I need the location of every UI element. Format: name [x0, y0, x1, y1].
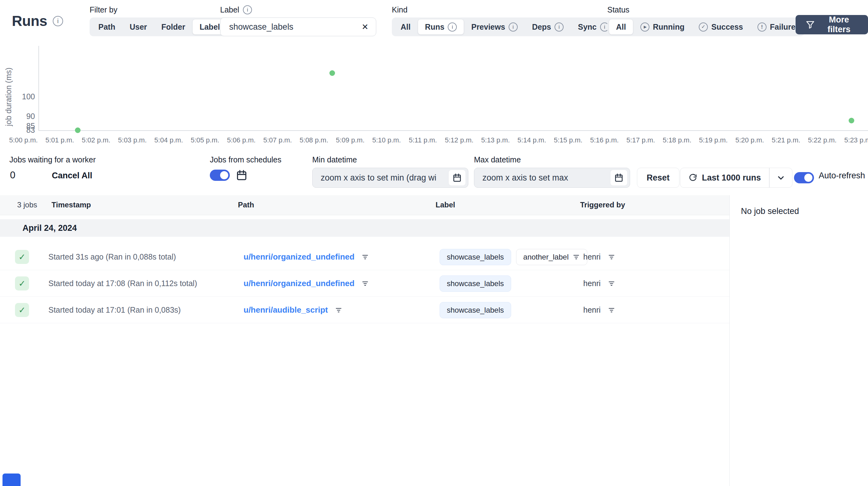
filter-by-option-user[interactable]: User — [122, 19, 154, 35]
cancel-all-button[interactable]: Cancel All — [52, 171, 92, 181]
kind-option-previews[interactable]: Previewsi — [464, 19, 525, 35]
filter-by-option-path[interactable]: Path — [91, 19, 122, 35]
x-axis-tick: 5:21 p.m. — [767, 136, 805, 144]
x-axis-tick: 5:17 p.m. — [622, 136, 659, 144]
jobs-from-schedules-label: Jobs from schedules — [210, 155, 281, 164]
filter-by-user-icon[interactable] — [608, 306, 615, 314]
filter-by-label-icon[interactable] — [572, 253, 580, 261]
table-row[interactable]: ✓Started 31s ago (Ran in 0,088s total)u/… — [0, 244, 730, 270]
scatter-point[interactable] — [75, 127, 81, 133]
label-info-icon[interactable]: i — [243, 5, 252, 14]
label-filter-value: showcase_labels — [220, 22, 293, 32]
job-path-link[interactable]: u/henri/audible_script — [244, 305, 328, 315]
filter-by-user-icon[interactable] — [608, 279, 615, 287]
triggered-by-user: henri — [583, 279, 601, 288]
job-label-text: showcase_labels — [447, 279, 504, 288]
chat-widget-button[interactable] — [2, 474, 21, 486]
job-label-badge[interactable]: another_label — [516, 249, 587, 265]
triggered-by-cell: henri — [583, 270, 615, 297]
kind-option-runs[interactable]: Runsi — [418, 19, 464, 35]
reset-button[interactable]: Reset — [637, 168, 679, 188]
chevron-down-icon — [776, 173, 785, 182]
filter-by-segmented: PathUserFolderLabel — [90, 18, 228, 36]
x-axis-tick: 5:04 p.m. — [150, 136, 187, 144]
job-label-badge[interactable]: showcase_labels — [440, 275, 511, 292]
runs-limit-label: Last 1000 runs — [702, 173, 761, 183]
runs-limit-button[interactable]: Last 1000 runs — [680, 168, 769, 187]
min-datetime-calendar-icon[interactable] — [448, 170, 466, 186]
auto-refresh-label: Auto-refresh — [819, 171, 865, 181]
scatter-point[interactable] — [849, 118, 854, 123]
max-datetime-calendar-icon[interactable] — [610, 170, 628, 186]
success-status-badge: ✓ — [15, 250, 29, 264]
max-datetime-input[interactable]: zoom x axis to set max — [474, 168, 630, 188]
jobs-waiting-label: Jobs waiting for a worker — [9, 155, 96, 164]
filter-by-option-label: User — [130, 23, 147, 32]
job-label-badge[interactable]: showcase_labels — [440, 302, 511, 318]
x-axis-tick: 5:23 p.m. — [840, 136, 868, 144]
check-icon: ✓ — [19, 252, 26, 262]
max-datetime-placeholder: zoom x axis to set max — [474, 173, 568, 183]
job-path-cell: u/henri/audible_script — [244, 297, 343, 323]
refresh-icon — [688, 173, 697, 182]
kind-option-label: Previews — [471, 23, 505, 32]
job-label-text: showcase_labels — [447, 306, 504, 314]
clear-label-filter-icon[interactable]: ✕ — [362, 22, 368, 32]
filter-by-path-icon[interactable] — [361, 279, 369, 287]
runs-limit-caret[interactable] — [770, 168, 792, 187]
label-filter-input[interactable]: showcase_labels ✕ — [220, 18, 376, 36]
status-option-success[interactable]: ✓Success — [691, 19, 750, 35]
jobs-from-schedules-toggle[interactable] — [210, 170, 230, 181]
funnel-icon — [806, 20, 815, 29]
info-icon[interactable]: i — [555, 23, 564, 32]
status-option-running[interactable]: ▶Running — [633, 19, 691, 35]
runs-info-icon[interactable]: i — [53, 16, 63, 26]
filter-by-option-folder[interactable]: Folder — [154, 19, 192, 35]
table-row[interactable]: ✓Started today at 17:08 (Ran in 0,112s t… — [0, 270, 730, 297]
success-status-badge: ✓ — [15, 276, 29, 291]
filter-by-path-icon[interactable] — [335, 306, 343, 314]
filter-by-option-label: Path — [98, 23, 115, 32]
run-controls-bar: Jobs waiting for a worker 0 Cancel All J… — [0, 155, 868, 190]
job-labels-cell: showcase_labelsanother_label — [440, 244, 587, 270]
scatter-point[interactable] — [330, 70, 335, 76]
more-filters-label: More filters — [820, 15, 858, 34]
triggered-by-user: henri — [583, 252, 601, 262]
kind-option-all[interactable]: All — [394, 19, 418, 35]
job-label-badge[interactable]: showcase_labels — [440, 249, 511, 265]
x-axis-tick: 5:08 p.m. — [295, 136, 333, 144]
filter-by-label: Filter by — [90, 4, 228, 15]
y-axis-tick: 90 — [9, 112, 35, 121]
more-filters-button[interactable]: More filters — [796, 15, 868, 34]
auto-refresh-toggle[interactable] — [794, 172, 814, 183]
x-axis-tick: 5:12 p.m. — [440, 136, 478, 144]
schedules-calendar-icon[interactable] — [236, 169, 248, 181]
jobs-waiting-count: 0 — [10, 170, 15, 181]
filter-by-option-label: Label — [199, 23, 220, 32]
job-timestamp: Started 31s ago (Ran in 0,088s total) — [49, 252, 176, 262]
min-datetime-input[interactable]: zoom x axis to set min (drag wi — [312, 168, 468, 188]
status-option-failure[interactable]: !Failure — [750, 19, 803, 35]
x-axis-tick: 5:19 p.m. — [695, 136, 732, 144]
job-path-link[interactable]: u/henri/organized_undefined — [244, 279, 354, 288]
status-option-label: Running — [653, 23, 684, 32]
runs-table: 3 jobs Timestamp Path Label Triggered by… — [0, 195, 730, 486]
min-datetime-placeholder: zoom x axis to set min (drag wi — [313, 173, 436, 183]
duration-scatter-chart[interactable]: job duration (ms) 1009085835:00 p.m.5:01… — [0, 44, 868, 151]
x-axis-tick: 5:20 p.m. — [731, 136, 768, 144]
info-icon[interactable]: i — [448, 23, 457, 32]
info-icon[interactable]: i — [508, 23, 518, 32]
job-path-cell: u/henri/organized_undefined — [244, 270, 369, 297]
job-path-cell: u/henri/organized_undefined — [244, 244, 369, 270]
kind-option-deps[interactable]: Depsi — [525, 19, 571, 35]
x-axis-tick: 5:05 p.m. — [186, 136, 224, 144]
filter-by-user-icon[interactable] — [608, 253, 615, 261]
filter-by-path-icon[interactable] — [361, 253, 369, 261]
table-row[interactable]: ✓Started today at 17:01 (Ran in 0,083s)u… — [0, 297, 730, 323]
y-axis-tick: 83 — [9, 126, 35, 134]
status-option-label: Failure — [770, 23, 796, 32]
status-option-all[interactable]: All — [609, 19, 633, 35]
job-path-link[interactable]: u/henri/organized_undefined — [244, 252, 354, 262]
x-axis-tick: 5:16 p.m. — [586, 136, 623, 144]
max-datetime-label: Max datetime — [474, 155, 521, 164]
